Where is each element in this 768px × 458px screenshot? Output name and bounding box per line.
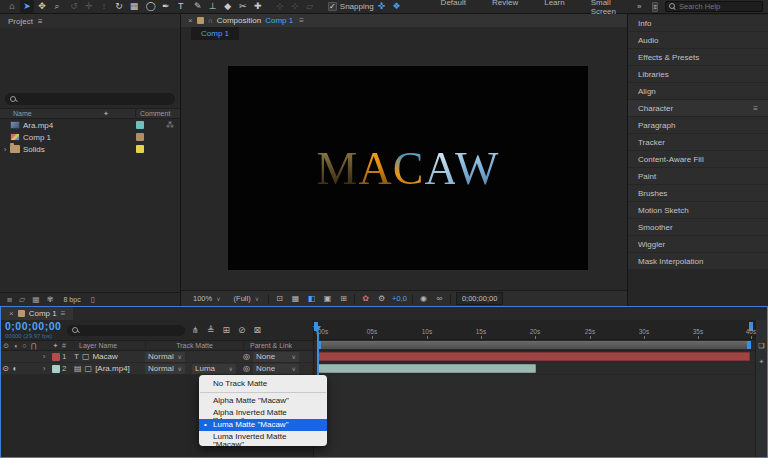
- type-tool-icon[interactable]: T: [174, 0, 188, 13]
- work-area-bar[interactable]: [317, 341, 751, 349]
- audio-column-icon[interactable]: ◖: [14, 342, 18, 350]
- video-visible-icon[interactable]: ⊙: [1, 364, 10, 373]
- new-composition-icon[interactable]: ▦: [32, 295, 40, 304]
- layer-bar-row-macaw[interactable]: [314, 351, 755, 363]
- layer-name-column[interactable]: Layer Name: [74, 342, 145, 349]
- resolution-dropdown[interactable]: (Full) ∨: [230, 293, 264, 304]
- orbit-camera-icon[interactable]: ↺: [67, 0, 81, 13]
- pickwhip-icon[interactable]: ◎: [243, 364, 250, 373]
- blend-mode-dropdown[interactable]: Normal ∨: [145, 352, 185, 362]
- help-search[interactable]: [665, 1, 763, 12]
- project-settings-icon[interactable]: ✾: [47, 295, 54, 304]
- label-swatch[interactable]: [136, 133, 144, 141]
- label-swatch[interactable]: [136, 145, 144, 153]
- parent-dropdown[interactable]: None ∨: [253, 352, 299, 362]
- parent-link-column[interactable]: Parent & Link: [243, 342, 313, 349]
- panel-tab-wiggler[interactable]: Wiggler: [628, 236, 768, 252]
- close-icon[interactable]: ×: [9, 309, 14, 318]
- pan-camera-icon[interactable]: ✛: [82, 0, 96, 13]
- eraser-tool-icon[interactable]: ◆: [221, 0, 235, 13]
- expander-icon[interactable]: ›: [39, 352, 49, 361]
- project-item-comp1[interactable]: Comp 1: [0, 131, 180, 143]
- magnification-dropdown[interactable]: 100% ∨: [189, 293, 225, 304]
- current-time-display[interactable]: 0;00;00;00 00000 (29.97 fps): [5, 321, 61, 339]
- bit-depth[interactable]: 8 bpc: [61, 296, 84, 303]
- home-icon[interactable]: ⌂: [5, 0, 19, 13]
- snapping-checkbox[interactable]: ✓: [328, 2, 337, 11]
- panel-tab-mask-interpolation[interactable]: Mask Interpolation: [628, 253, 768, 269]
- selection-tool-icon[interactable]: ➤: [20, 0, 34, 13]
- panel-tab-audio[interactable]: Audio: [628, 32, 768, 48]
- time-ruler[interactable]: :00s 05s 10s 15s 20s 25s 30s 35s 40s: [314, 320, 755, 340]
- track-matte-dropdown[interactable]: Luma ∨: [192, 364, 236, 374]
- rotate-tool-icon[interactable]: ↻: [112, 0, 126, 13]
- zoom-tool-icon[interactable]: ⌕: [50, 0, 64, 13]
- label-column-icon[interactable]: ✦: [103, 110, 135, 118]
- parent-dropdown[interactable]: None ∨: [253, 364, 299, 374]
- video-column-icon[interactable]: ⊙: [3, 342, 9, 350]
- show-snapshot-icon[interactable]: ∞: [434, 294, 445, 303]
- layer-row-ara[interactable]: ⊙ ◖ › 2 ▤ ▢ [Ara.mp4] Normal: [1, 363, 313, 375]
- blend-mode-dropdown[interactable]: Normal ∨: [145, 364, 185, 374]
- panel-menu-icon[interactable]: ≡: [753, 104, 758, 113]
- panel-tab-brushes[interactable]: Brushes: [628, 185, 768, 201]
- layer-bar-row-ara[interactable]: [314, 363, 755, 375]
- menu-item-no-track-matte[interactable]: No Track Matte: [199, 378, 327, 390]
- panel-tab-tracker[interactable]: Tracker: [628, 134, 768, 150]
- safe-margins-icon[interactable]: ⊡: [274, 294, 285, 303]
- pen-tool-icon[interactable]: ✒: [159, 0, 173, 13]
- new-folder-icon[interactable]: ▱: [19, 295, 25, 304]
- pickwhip-icon[interactable]: ◎: [243, 352, 250, 361]
- audio-on-icon[interactable]: ◖: [10, 364, 19, 373]
- fast-previews-icon[interactable]: ⚙: [376, 294, 387, 303]
- local-axis-icon[interactable]: ⊹: [273, 0, 287, 13]
- roto-brush-icon[interactable]: ✂: [236, 0, 250, 13]
- project-search-input[interactable]: [20, 95, 150, 104]
- comp-marker-bin-icon[interactable]: ❏: [758, 342, 764, 350]
- manage-workspaces-icon[interactable]: ≡: [652, 2, 658, 12]
- panel-tab-paragraph[interactable]: Paragraph: [628, 117, 768, 133]
- puppet-pin-icon[interactable]: ✚: [251, 0, 265, 13]
- label-swatch[interactable]: [52, 365, 60, 373]
- track-matte-column[interactable]: Track Matte: [145, 342, 243, 349]
- channels-icon[interactable]: ▦: [290, 294, 301, 303]
- timeline-search-input[interactable]: [82, 326, 177, 335]
- help-search-input[interactable]: [679, 2, 759, 11]
- hand-tool-icon[interactable]: ✥: [35, 0, 49, 13]
- panel-menu-icon[interactable]: ≡: [38, 17, 43, 26]
- panel-tab-smoother[interactable]: Smoother: [628, 219, 768, 235]
- column-comment[interactable]: Comment: [135, 110, 180, 117]
- column-name[interactable]: Name: [0, 110, 103, 117]
- comp-button-icon[interactable]: ✦: [759, 358, 765, 366]
- snap-features-icon[interactable]: ❖: [390, 0, 404, 13]
- interpret-footage-icon[interactable]: ⧈: [7, 295, 12, 305]
- work-area-row[interactable]: [314, 340, 755, 351]
- active-comp-name[interactable]: Comp 1: [265, 16, 293, 25]
- lock-column-icon[interactable]: ⋂: [31, 342, 37, 350]
- layer-bar-ara[interactable]: [317, 364, 536, 373]
- menu-item-luma-inverted-matte[interactable]: Luma Inverted Matte "Macaw": [199, 431, 327, 443]
- current-time-indicator[interactable]: [313, 320, 322, 378]
- project-panel-header[interactable]: Project ≡: [0, 14, 180, 28]
- transparency-grid-icon[interactable]: ◧: [306, 294, 317, 303]
- panel-tab-info[interactable]: Info: [628, 15, 768, 31]
- expander-icon[interactable]: ›: [39, 364, 49, 373]
- panel-tab-paint[interactable]: Paint: [628, 168, 768, 184]
- panel-tab-content-aware-fill[interactable]: Content-Aware Fill: [628, 151, 768, 167]
- timeline-search[interactable]: [67, 325, 185, 336]
- panel-tab-effects-presets[interactable]: Effects & Presets: [628, 49, 768, 65]
- composition-canvas[interactable]: MACAW: [228, 66, 588, 270]
- project-item-solids[interactable]: › Solids: [0, 143, 180, 155]
- composition-panel-header[interactable]: × ∩ Composition Comp 1 ≡: [181, 14, 627, 27]
- menu-item-alpha-matte[interactable]: Alpha Matte "Macaw": [199, 395, 327, 407]
- world-axis-icon[interactable]: ⊹: [288, 0, 302, 13]
- lock-icon[interactable]: ∩: [208, 17, 213, 24]
- solo-column-icon[interactable]: ○: [22, 342, 26, 350]
- frame-blend-icon[interactable]: ⊞: [222, 325, 230, 335]
- brush-tool-icon[interactable]: ✎: [191, 0, 205, 13]
- panel-tab-character[interactable]: Character ≡: [628, 100, 768, 116]
- pixel-aspect-icon[interactable]: ⊞: [338, 294, 349, 303]
- exposure-value[interactable]: +0,0: [392, 294, 407, 303]
- region-of-interest-icon[interactable]: ▣: [322, 294, 333, 303]
- time-graph[interactable]: :00s 05s 10s 15s 20s 25s 30s 35s 40s: [313, 320, 755, 457]
